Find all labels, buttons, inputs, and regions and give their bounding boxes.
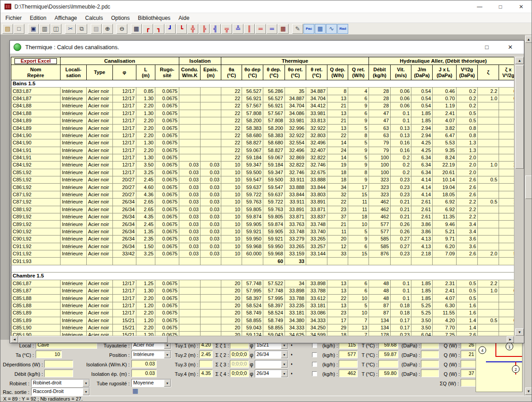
- table-row[interactable]: C84:L87IntérieureAcier noir12/171.300.06…: [11, 95, 514, 102]
- scroll-down-icon[interactable]: ▼: [525, 388, 532, 395]
- pipe-elbow-1-button[interactable]: ┏: [142, 24, 153, 34]
- pipe-elbow-4-button[interactable]: ┗: [176, 24, 187, 34]
- grid-icon[interactable]: ▦: [132, 387, 138, 394]
- table-row[interactable]: C89:L92IntérieureAcier noir26/342.450.06…: [11, 221, 514, 228]
- wall-button[interactable]: ▦: [278, 24, 289, 34]
- close-button[interactable]: ✕: [511, 0, 532, 13]
- table-row[interactable]: C89:L92IntérieureAcier noir26/344.350.06…: [11, 213, 514, 221]
- pipe-elbow-3-button[interactable]: ┛: [165, 24, 176, 34]
- pipe-elbow-2-button[interactable]: ┓: [154, 24, 164, 34]
- menu-calculs[interactable]: Calculs: [81, 13, 107, 23]
- pipe-horizontal-blue-button[interactable]: ═: [266, 24, 277, 34]
- chevron-down-icon[interactable]: ▼: [281, 351, 288, 358]
- menu-fichier[interactable]: Fichier: [1, 13, 26, 23]
- mesh-button[interactable]: ▦: [315, 24, 326, 34]
- chevron-down-icon[interactable]: ▼: [83, 388, 89, 395]
- table-row[interactable]: C84:L90IntérieureAcier noir12/172.200.06…: [11, 132, 514, 139]
- table-row[interactable]: C85:L89IntérieureAcier noir12/172.200.06…: [11, 310, 514, 317]
- table-row[interactable]: C87:L92IntérieureAcier noir26/342.650.06…: [11, 199, 514, 206]
- pipe-tee-up-button[interactable]: ╩: [233, 24, 243, 34]
- rac-sortie-select[interactable]: Raccord-Droit ▼: [31, 388, 90, 396]
- table-row[interactable]: C84:L91IntérieureAcier noir12/172.200.06…: [11, 147, 514, 154]
- include-checkbox[interactable]: [312, 343, 317, 348]
- table-row[interactable]: C85:L92IntérieureAcier noir12/173.250.06…: [11, 169, 514, 176]
- tube-rugosite-select[interactable]: Moyenne ▼: [131, 379, 171, 387]
- horizontal-scroll-thumb[interactable]: [19, 336, 168, 343]
- table-row[interactable]: C84:L90IntérieureAcier noir12/171.300.06…: [11, 139, 514, 147]
- table-row[interactable]: C91:L936033: [11, 258, 514, 265]
- copy-button[interactable]: ⧉: [76, 24, 87, 34]
- pipe-tee-down-button[interactable]: ╦: [221, 24, 232, 34]
- zeta-input[interactable]: 0;0;0;0: [230, 351, 249, 358]
- include-checkbox[interactable]: [312, 362, 317, 367]
- pac-button[interactable]: Pac: [303, 24, 314, 34]
- pipe-tee-left-button[interactable]: ╠: [199, 24, 210, 34]
- vertical-scroll-thumb[interactable]: [515, 65, 524, 169]
- minimize-button[interactable]: —: [469, 0, 490, 13]
- pipe-cross-button[interactable]: ╬: [187, 24, 198, 34]
- table-row[interactable]: C84:L89IntérieureAcier noir12/172.200.06…: [11, 117, 514, 124]
- calculator-button[interactable]: ▦: [131, 24, 142, 34]
- table-row[interactable]: C84:L88IntérieureAcier noir12/171.300.06…: [11, 110, 514, 117]
- print-button[interactable]: ▥: [39, 24, 50, 34]
- page-setup-button[interactable]: ✂: [65, 24, 76, 34]
- table-row[interactable]: C85:L89IntérieureAcier noir15/211.200.06…: [11, 317, 514, 324]
- table-row[interactable]: C87:L92IntérieureAcier noir20/274.360.06…: [11, 191, 514, 198]
- open-file-button[interactable]: ▤: [2, 24, 13, 34]
- maximize-button[interactable]: □: [490, 0, 511, 13]
- main-vertical-scrollbar[interactable]: ▲ ▼: [524, 35, 532, 396]
- print-preview-button[interactable]: ◫: [51, 24, 61, 34]
- table-row[interactable]: C85:L88IntérieureAcier noir12/172.200.06…: [11, 295, 514, 302]
- table-row[interactable]: C86:L92IntérieureAcier noir20/274.600.06…: [11, 184, 514, 191]
- table-horizontal-scrollbar[interactable]: ◄ ►: [11, 336, 514, 343]
- chevron-down-icon[interactable]: ▼: [164, 379, 171, 387]
- tuy-length-input[interactable]: 2.45: [199, 351, 213, 358]
- include-checkbox[interactable]: [312, 352, 317, 357]
- diameter-select[interactable]: 26/34▼: [255, 370, 288, 378]
- table-row[interactable]: C85:L92IntérieureAcier noir20/272.450.06…: [11, 176, 514, 184]
- rad-button[interactable]: Rad: [337, 24, 348, 34]
- table-row[interactable]: C91:L92IntérieureAcier noir26/341.500.06…: [11, 243, 514, 250]
- table-row[interactable]: C85:L90IntérieureAcier noir15/212.200.06…: [11, 324, 514, 331]
- zeta-input[interactable]: 0;0;0;0: [230, 360, 249, 368]
- table-row[interactable]: C90:L92IntérieureAcier noir26/342.350.06…: [11, 236, 514, 243]
- new-file-button[interactable]: □: [14, 24, 24, 34]
- draw-pipe-button[interactable]: ✎: [292, 24, 303, 34]
- scroll-right-icon[interactable]: ►: [507, 336, 514, 343]
- chevron-down-icon[interactable]: ▼: [281, 360, 288, 368]
- paste-button[interactable]: ▨: [91, 24, 102, 34]
- robinet-select[interactable]: Robinet-droit ▼: [31, 379, 90, 387]
- table-row[interactable]: C85:L88IntérieureAcier noir12/171.200.06…: [11, 302, 514, 309]
- pipe-vertical-button[interactable]: ║: [244, 24, 255, 34]
- table-row[interactable]: C90:L92IntérieureAcier noir26/341.350.06…: [11, 228, 514, 235]
- zoom-out-button[interactable]: ⊖: [117, 24, 127, 34]
- menu-aide[interactable]: Aide: [174, 13, 193, 23]
- chart-button[interactable]: ∿: [326, 24, 337, 34]
- table-row[interactable]: C83:L87IntérieureAcier noir12/170.850.06…: [11, 88, 514, 95]
- scroll-left-icon[interactable]: ◄: [11, 336, 18, 343]
- diameter-select[interactable]: ▼: [255, 360, 288, 368]
- table-row[interactable]: C86:L87IntérieureAcier noir12/171.250.06…: [11, 280, 514, 287]
- menu-affichage[interactable]: Affichage: [51, 13, 81, 23]
- scroll-up-icon[interactable]: ▲: [525, 36, 532, 43]
- table-row[interactable]: C84:L88IntérieureAcier noir12/172.200.06…: [11, 102, 514, 110]
- pipe-tee-right-button[interactable]: ╣: [210, 24, 221, 34]
- diameter-select[interactable]: 26/34▼: [255, 351, 288, 359]
- table-vertical-scrollbar[interactable]: ▲ ▼: [514, 57, 524, 336]
- chevron-down-icon[interactable]: ▼: [83, 379, 89, 387]
- table-row[interactable]: C84:L89IntérieureAcier noir12/172.200.06…: [11, 125, 514, 132]
- scroll-down-icon[interactable]: ▼: [515, 328, 524, 336]
- menu-bibliotheques[interactable]: Bibliothèques: [134, 13, 174, 23]
- include-checkbox[interactable]: [312, 371, 317, 376]
- table-row[interactable]: C91:L92IntérieureAcier noir33/423.250.06…: [11, 250, 514, 257]
- tuy-length-input[interactable]: 4.35: [199, 370, 213, 377]
- table-row[interactable]: C85:L90IntérieureAcier noir15/211.200.06…: [11, 332, 514, 336]
- zeta-input[interactable]: 0;0;0;0: [230, 370, 249, 377]
- menu-options[interactable]: Options: [107, 13, 134, 23]
- save-button[interactable]: ▣: [28, 24, 39, 34]
- child-maximize-button[interactable]: □: [481, 44, 493, 51]
- menu-edition[interactable]: Edition: [26, 13, 51, 23]
- main-scroll-thumb[interactable]: [525, 176, 532, 199]
- child-close-button[interactable]: ✕: [504, 44, 517, 51]
- scroll-up-icon[interactable]: ▲: [515, 57, 524, 64]
